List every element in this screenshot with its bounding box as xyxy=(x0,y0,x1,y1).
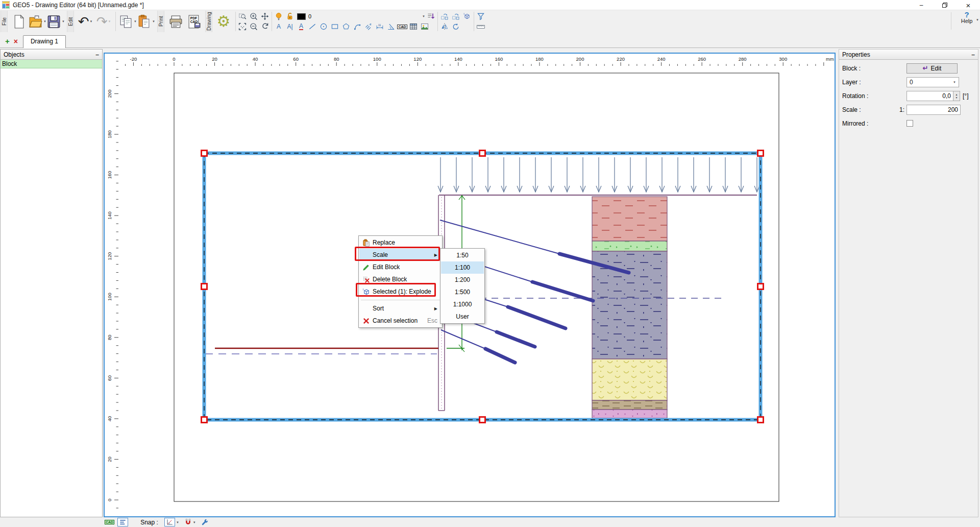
scale-input[interactable] xyxy=(906,105,961,115)
menu-item-cancel-selection[interactable]: Cancel selectionEsc xyxy=(359,315,442,327)
measure-button[interactable] xyxy=(475,22,486,31)
copy-block-button[interactable] xyxy=(439,12,450,21)
zoom-selection-button[interactable] xyxy=(237,12,248,21)
save-file-button[interactable]: ▼ xyxy=(46,11,65,32)
open-file-button[interactable]: ▼ xyxy=(28,11,46,32)
export-pdf-cad-button[interactable]: PDFCAD xyxy=(185,11,203,32)
paste-dropdown-arrow[interactable]: ▼ xyxy=(152,20,155,23)
selection-handle[interactable] xyxy=(202,417,207,423)
angle-dimension-button[interactable] xyxy=(385,22,397,31)
filter-button[interactable] xyxy=(475,12,486,21)
line-tool-button[interactable] xyxy=(307,22,318,31)
selection-handle[interactable] xyxy=(480,417,485,423)
underline-text-button[interactable]: A xyxy=(296,22,307,31)
lock-button[interactable] xyxy=(284,12,296,21)
print-button[interactable] xyxy=(166,11,185,32)
assign-layer-button[interactable] xyxy=(425,12,436,21)
view-rotate-button[interactable] xyxy=(259,22,271,31)
mirrored-label: Mirrored : xyxy=(842,120,893,127)
snap-mode-button[interactable] xyxy=(164,518,175,526)
settings-button[interactable]: ⚙ xyxy=(214,11,233,32)
redo-dropdown-arrow[interactable]: ▼ xyxy=(108,20,111,23)
dimension-tool-button[interactable]: 11 xyxy=(374,22,385,31)
selection-handle[interactable] xyxy=(202,284,207,290)
copy-block-alt-button[interactable] xyxy=(450,12,461,21)
close-drawing-button[interactable]: × xyxy=(14,37,18,45)
scale-option-1-500[interactable]: 1:500 xyxy=(441,286,484,298)
magnet-button[interactable] xyxy=(184,518,192,526)
objects-minimize-button[interactable]: – xyxy=(95,51,99,58)
mirror-button[interactable] xyxy=(439,22,450,31)
menu-item-scale[interactable]: Scale▶ xyxy=(359,249,442,261)
arc-tool-button[interactable] xyxy=(352,22,363,31)
menu-item-delete-block[interactable]: Delete Block xyxy=(359,273,442,285)
mirrored-checkbox[interactable] xyxy=(906,120,913,127)
multiline-text-button[interactable]: A| xyxy=(284,22,296,31)
image-tool-button[interactable] xyxy=(419,22,430,31)
menu-item-replace[interactable]: Replace xyxy=(359,236,442,249)
restore-button[interactable] xyxy=(933,0,957,10)
rotation-input[interactable] xyxy=(906,91,953,101)
snap-settings-button[interactable] xyxy=(201,518,209,526)
ruler-icon xyxy=(477,22,485,31)
menu-item-sort[interactable]: Sort▶ xyxy=(359,302,442,315)
paste-button[interactable]: ▼ xyxy=(137,11,155,32)
rotation-spinner[interactable]: ▲▼ xyxy=(953,91,960,101)
block-label: Block : xyxy=(842,65,893,72)
layer-select[interactable]: 0 ▼ xyxy=(906,77,959,87)
circle-tool-button[interactable] xyxy=(318,22,329,31)
rectangle-tool-button[interactable] xyxy=(329,22,340,31)
pan-button[interactable] xyxy=(259,12,271,21)
selection-handle[interactable] xyxy=(202,151,207,156)
svg-text:0: 0 xyxy=(173,56,175,62)
snap-mode-arrow[interactable]: ▼ xyxy=(176,521,179,524)
properties-minimize-button[interactable]: – xyxy=(971,51,975,58)
help-question-icon: ? xyxy=(957,11,977,18)
line-settings-button[interactable] xyxy=(117,518,128,526)
close-button[interactable]: × xyxy=(957,0,980,10)
scale-option-1-1000[interactable]: 1:1000 xyxy=(441,298,484,310)
block-context-menu: ReplaceScale▶Edit BlockDelete BlockSelec… xyxy=(358,235,443,328)
scale-option-1-100[interactable]: 1:100 xyxy=(441,261,484,274)
add-drawing-button[interactable]: + xyxy=(5,37,10,45)
cad-export-statusbar-button[interactable]: CAD xyxy=(105,520,114,524)
table-tool-button[interactable] xyxy=(408,22,419,31)
save-dropdown-arrow[interactable]: ▼ xyxy=(62,20,65,23)
selection-handle[interactable] xyxy=(758,284,764,290)
menu-item-edit-block[interactable]: Edit Block xyxy=(359,261,442,273)
undo-dropdown-arrow[interactable]: ▼ xyxy=(89,20,92,23)
zoom-out-button[interactable] xyxy=(248,22,259,31)
properties-panel-title: Properties xyxy=(842,51,870,58)
menu-item-selected-1-explode[interactable]: Selected (1): Explode xyxy=(359,285,442,298)
polygon-tool-button[interactable] xyxy=(340,22,352,31)
selection-handle[interactable] xyxy=(758,151,764,156)
zoom-in-button[interactable] xyxy=(248,12,259,21)
selection-handle[interactable] xyxy=(758,417,764,423)
scale-prefix: 1: xyxy=(893,106,904,113)
help-button[interactable]: ? Help ▼ xyxy=(957,11,977,24)
explode-button[interactable] xyxy=(461,12,473,21)
redo-button[interactable]: ↷▼ xyxy=(94,11,113,32)
new-document-button[interactable] xyxy=(10,11,28,32)
submenu-arrow-icon: ▶ xyxy=(434,253,437,257)
color-swatch-button[interactable] xyxy=(296,12,307,21)
selection-handle[interactable] xyxy=(480,151,485,156)
visibility-button[interactable] xyxy=(273,12,284,21)
scale-option-user[interactable]: User xyxy=(441,310,484,323)
object-item-block[interactable]: Block xyxy=(1,60,102,68)
cad-insert-button[interactable]: CAD xyxy=(397,22,408,31)
hatch-tool-button[interactable] xyxy=(363,22,374,31)
tab-drawing-1[interactable]: Drawing 1 xyxy=(23,35,66,48)
minimize-button[interactable]: – xyxy=(910,0,933,10)
magnet-arrow[interactable]: ▼ xyxy=(193,521,196,524)
rotate-button[interactable] xyxy=(450,22,461,31)
copy-button[interactable]: ▼ xyxy=(118,11,137,32)
svg-text:20: 20 xyxy=(212,56,217,62)
scale-option-1-200[interactable]: 1:200 xyxy=(441,274,484,286)
undo-button[interactable]: ↶▼ xyxy=(76,11,94,32)
text-tool-button[interactable]: A xyxy=(273,22,284,31)
scale-option-1-50[interactable]: 1:50 xyxy=(441,249,484,261)
zoom-fit-button[interactable] xyxy=(237,22,248,31)
block-edit-button[interactable]: ↵ Edit xyxy=(906,63,958,74)
help-dropdown-arrow[interactable]: ▼ xyxy=(976,18,979,21)
